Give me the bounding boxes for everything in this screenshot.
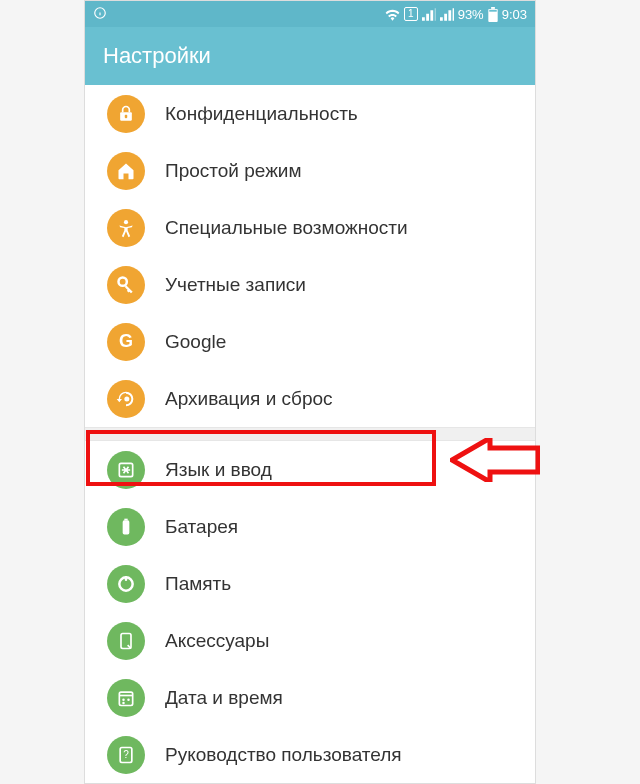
- home-icon: [107, 152, 145, 190]
- settings-item-accounts[interactable]: Учетные записи: [85, 256, 535, 313]
- settings-list: Конфиденциальность Простой режим Специал…: [85, 85, 535, 783]
- memory-icon: [107, 565, 145, 603]
- wifi-icon: [385, 8, 400, 21]
- clock: 9:03: [502, 7, 527, 22]
- info-icon: [93, 6, 107, 23]
- settings-item-date-time[interactable]: Дата и время: [85, 669, 535, 726]
- svg-rect-4: [491, 7, 495, 9]
- accessibility-icon: [107, 209, 145, 247]
- settings-item-easy-mode[interactable]: Простой режим: [85, 142, 535, 199]
- settings-item-label: Память: [165, 573, 231, 595]
- svg-point-20: [122, 701, 125, 704]
- svg-point-19: [127, 698, 130, 701]
- signal-icon-2: [440, 8, 454, 21]
- svg-rect-5: [489, 9, 497, 11]
- settings-item-privacy[interactable]: Конфиденциальность: [85, 85, 535, 142]
- settings-item-label: Аксессуары: [165, 630, 269, 652]
- settings-item-label: Язык и ввод: [165, 459, 272, 481]
- settings-item-label: Google: [165, 331, 226, 353]
- settings-item-label: Дата и время: [165, 687, 283, 709]
- calendar-icon: [107, 679, 145, 717]
- language-icon: [107, 451, 145, 489]
- settings-item-user-guide[interactable]: ? Руководство пользователя: [85, 726, 535, 783]
- settings-item-accessibility[interactable]: Специальные возможности: [85, 199, 535, 256]
- svg-rect-13: [124, 518, 127, 520]
- settings-item-memory[interactable]: Память: [85, 555, 535, 612]
- page-title: Настройки: [103, 43, 211, 69]
- battery-pct: 93%: [458, 7, 484, 22]
- battery-icon: [488, 7, 498, 22]
- settings-item-backup-reset[interactable]: Архивация и сброс: [85, 370, 535, 427]
- lock-icon: [107, 95, 145, 133]
- google-icon: G: [107, 323, 145, 361]
- title-bar: Настройки: [85, 27, 535, 85]
- settings-item-label: Архивация и сброс: [165, 388, 333, 410]
- svg-rect-16: [119, 692, 132, 705]
- settings-item-google[interactable]: G Google: [85, 313, 535, 370]
- settings-item-battery[interactable]: Батарея: [85, 498, 535, 555]
- settings-item-label: Простой режим: [165, 160, 302, 182]
- svg-point-18: [122, 698, 125, 701]
- key-icon: [107, 266, 145, 304]
- svg-point-8: [124, 220, 128, 224]
- svg-rect-12: [123, 520, 130, 534]
- settings-item-label: Батарея: [165, 516, 238, 538]
- settings-item-label: Конфиденциальность: [165, 103, 358, 125]
- group-divider: [85, 427, 535, 441]
- settings-item-language-input[interactable]: Язык и ввод: [85, 441, 535, 498]
- svg-text:?: ?: [123, 749, 129, 760]
- backup-icon: [107, 380, 145, 418]
- settings-item-label: Учетные записи: [165, 274, 306, 296]
- battery-icon: [107, 508, 145, 546]
- svg-point-10: [124, 396, 129, 401]
- guide-icon: ?: [107, 736, 145, 774]
- status-bar: 1 93% 9:03: [85, 1, 535, 27]
- settings-item-accessories[interactable]: Аксессуары: [85, 612, 535, 669]
- sim-icon: 1: [404, 7, 418, 21]
- settings-item-label: Специальные возможности: [165, 217, 408, 239]
- svg-rect-7: [125, 114, 128, 117]
- settings-item-label: Руководство пользователя: [165, 744, 402, 766]
- phone-frame: 1 93% 9:03 Настройки Конфиденциальность: [84, 0, 536, 784]
- accessories-icon: [107, 622, 145, 660]
- signal-icon: [422, 8, 436, 21]
